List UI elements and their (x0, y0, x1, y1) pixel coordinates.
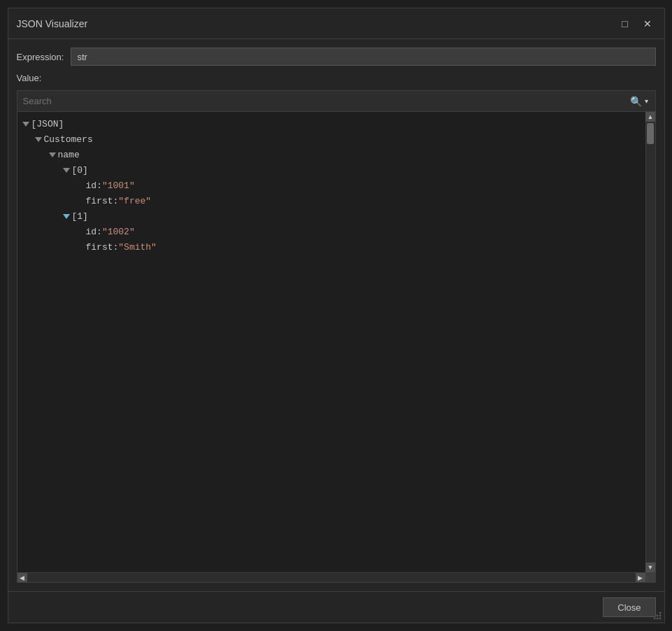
svg-point-1 (656, 618, 658, 620)
dialog-title: JSON Visualizer (17, 18, 88, 29)
node-label-0: [0] (72, 165, 88, 176)
expander-0[interactable] (61, 164, 72, 176)
scroll-thumb-vertical[interactable] (647, 123, 654, 144)
horizontal-scrollbar: ◀ ▶ (17, 572, 655, 582)
dialog-footer: Close (8, 591, 664, 623)
search-icon: 🔍 (630, 96, 642, 107)
expression-input[interactable] (71, 48, 655, 66)
svg-point-2 (659, 615, 661, 617)
close-title-button[interactable]: ✕ (639, 15, 656, 32)
svg-point-3 (653, 618, 655, 620)
scrollbar-corner (645, 573, 655, 583)
search-bar: 🔍 ▾ (17, 91, 655, 112)
tree-node-root[interactable]: [JSON] (17, 116, 645, 132)
node-label-1: [1] (72, 211, 88, 222)
tree-content: [JSON] Customers (17, 112, 645, 572)
node-key-id-0: id: (86, 180, 102, 191)
expander-root[interactable] (20, 118, 31, 129)
node-value-id-0: "1001" (102, 180, 135, 191)
svg-point-4 (656, 615, 658, 617)
svg-point-0 (659, 618, 661, 620)
vertical-scrollbar: ▲ ▼ (645, 112, 655, 572)
maximize-button[interactable]: □ (617, 15, 634, 32)
scroll-down-button[interactable]: ▼ (645, 562, 655, 572)
expander-name[interactable] (47, 149, 58, 160)
json-visualizer-dialog: JSON Visualizer □ ✕ Expression: Value: 🔍… (8, 8, 665, 623)
dialog-content: Expression: Value: 🔍 ▾ (8, 39, 664, 591)
tree-node-id-0[interactable]: id: "1001" (17, 178, 645, 193)
node-value-first-0: "free" (118, 196, 151, 206)
node-value-first-1: "Smith" (118, 242, 157, 253)
search-dropdown-button[interactable]: ▾ (643, 96, 650, 106)
node-key-first-0: first: (86, 196, 119, 206)
title-bar-controls: □ ✕ (617, 15, 656, 32)
tree-node-0[interactable]: [0] (17, 162, 645, 178)
tree-container: 🔍 ▾ [JSON] (17, 90, 656, 583)
node-label-name: name (58, 150, 80, 160)
tree-node-1[interactable]: [1] (17, 208, 645, 224)
tree-node-customers[interactable]: Customers (17, 132, 645, 147)
search-input[interactable] (23, 96, 630, 106)
tree-node-first-1[interactable]: first: "Smith" (17, 239, 645, 255)
node-label-customers: Customers (44, 134, 93, 145)
node-value-id-1: "1002" (102, 227, 135, 237)
scroll-left-button[interactable]: ◀ (17, 573, 27, 583)
tree-node-id-1[interactable]: id: "1002" (17, 224, 645, 239)
tree-node-name[interactable]: name (17, 147, 645, 162)
resize-grip[interactable] (653, 611, 662, 620)
node-key-first-1: first: (86, 242, 119, 253)
node-key-id-1: id: (86, 227, 102, 237)
scroll-right-button[interactable]: ▶ (636, 573, 645, 583)
tree-scroll-area: [JSON] Customers (17, 112, 655, 572)
tree-node-first-0[interactable]: first: "free" (17, 193, 645, 208)
title-bar: JSON Visualizer □ ✕ (8, 8, 664, 39)
scroll-track-horizontal (27, 573, 636, 583)
value-label: Value: (17, 73, 656, 83)
scroll-up-button[interactable]: ▲ (645, 112, 655, 122)
node-label-root: [JSON] (31, 119, 64, 129)
expander-customers[interactable] (33, 134, 44, 145)
search-icon-area[interactable]: 🔍 ▾ (630, 96, 650, 107)
expander-1[interactable] (61, 211, 72, 222)
expression-row: Expression: (17, 48, 656, 66)
svg-point-5 (659, 612, 661, 614)
close-button[interactable]: Close (603, 597, 655, 617)
expression-label: Expression: (17, 52, 64, 62)
